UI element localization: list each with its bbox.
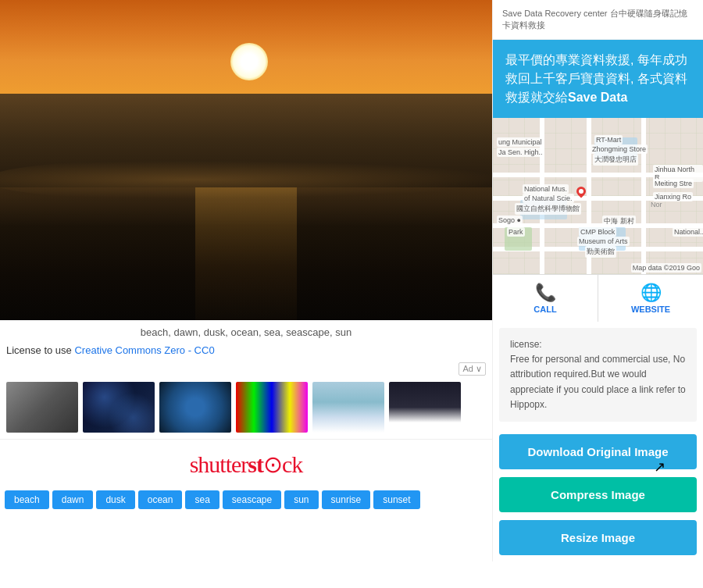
- map-label: 中海 新村: [602, 216, 636, 227]
- resize-button[interactable]: Resize Image: [499, 520, 697, 555]
- map-label: ung Municipal: [497, 137, 544, 147]
- sidebar-header: Save Data Recovery center 台中硬碟隨身碟記憶卡資料救接: [493, 0, 703, 40]
- license-info-text: license:Free for personal and commercial…: [510, 339, 686, 410]
- main-content: beach, dawn, dusk, ocean, sea, seascape,…: [0, 0, 492, 561]
- map-background: ung Municipal Ja Sen. High.. RT-Mart Zho…: [493, 118, 703, 274]
- globe-icon: 🌐: [641, 283, 662, 303]
- thumbnail-item[interactable]: [159, 382, 231, 433]
- tag-sunset[interactable]: sunset: [373, 490, 419, 509]
- license-info-box: license:Free for personal and commercial…: [499, 328, 697, 422]
- map-label: National...: [673, 227, 703, 237]
- map-label: 勤美術館: [585, 246, 616, 258]
- tag-ocean[interactable]: ocean: [138, 490, 183, 509]
- license-link[interactable]: Creative Commons Zero - CC0: [74, 344, 214, 356]
- map-actions: 📞 CALL 🌐 WEBSITE: [493, 274, 703, 322]
- download-button[interactable]: Download Original Image: [499, 434, 697, 469]
- map-label: National Mus.: [523, 184, 569, 194]
- wave-area: [0, 94, 492, 320]
- map-pin: [574, 187, 588, 204]
- tags-row: beach dawn dusk ocean sea seascape sun s…: [0, 487, 492, 512]
- company-name: Save Data Recovery center 台中硬碟隨身碟記憶卡資料救接: [502, 8, 694, 31]
- shutterstock-banner: shutterst⊙ck: [0, 439, 492, 487]
- map-label: CMP Block: [579, 227, 616, 237]
- tag-beach[interactable]: beach: [5, 490, 49, 509]
- map-label: Museum of Arts: [577, 237, 630, 246]
- shutterstock-logo: shutterst⊙ck: [190, 451, 303, 477]
- map-label: Sogo ●: [497, 216, 523, 225]
- tag-sea[interactable]: sea: [185, 490, 219, 509]
- call-button[interactable]: 📞 CALL: [493, 275, 598, 322]
- thumbnail-item[interactable]: [389, 382, 461, 433]
- light-reflection: [195, 187, 297, 320]
- website-label: WEBSITE: [631, 305, 670, 314]
- main-image: [0, 0, 492, 320]
- tag-seascape[interactable]: seascape: [223, 490, 281, 509]
- map-label: Park: [507, 227, 525, 237]
- map-label: 國立自然科學博物館: [515, 203, 581, 215]
- ad-badge: Ad ∨: [459, 362, 486, 376]
- download-button-wrapper: Download Original Image: [499, 434, 697, 469]
- tag-dusk[interactable]: dusk: [96, 490, 134, 509]
- thumbnail-item[interactable]: [312, 382, 384, 433]
- sun-element: [230, 43, 268, 80]
- thumbnail-item[interactable]: [236, 382, 308, 433]
- thumbnail-item[interactable]: [6, 382, 78, 433]
- map-label: Ja Sen. High..: [497, 148, 544, 157]
- map-label: Nor: [649, 200, 664, 209]
- thumbnail-item[interactable]: [83, 382, 155, 433]
- map-label: Zhongming Store: [591, 144, 648, 154]
- ad-row: Ad ∨: [0, 359, 492, 379]
- tag-sun[interactable]: sun: [284, 490, 318, 509]
- map-label: of Natural Scie.: [523, 194, 574, 203]
- main-image-container: [0, 0, 492, 320]
- ad-text: 最平價的專業資料救援, 每年成功救回上千客戶寶貴資料, 各式資料救援就交給Sav…: [505, 51, 691, 107]
- map-label: RT-Mart: [594, 135, 623, 144]
- map-road: [641, 118, 646, 274]
- website-button[interactable]: 🌐 WEBSITE: [598, 275, 703, 322]
- map-data-label: Map data ©2019 Goo: [631, 263, 701, 273]
- phone-icon: 📞: [535, 283, 556, 303]
- sidebar-ad-block: 最平價的專業資料救援, 每年成功救回上千客戶寶貴資料, 各式資料救援就交給Sav…: [493, 40, 703, 118]
- map-label: Meiting Stre: [653, 179, 694, 188]
- license-text: License to use Creative Commons Zero - C…: [0, 341, 492, 359]
- action-buttons: Download Original Image Compress Image R…: [493, 428, 703, 561]
- thumbnail-strip: [0, 379, 492, 439]
- image-caption: beach, dawn, dusk, ocean, sea, seascape,…: [0, 320, 492, 341]
- sidebar: Save Data Recovery center 台中硬碟隨身碟記憶卡資料救接…: [492, 0, 703, 561]
- map-label: 大潤發忠明店: [593, 154, 638, 166]
- compress-button[interactable]: Compress Image: [499, 477, 697, 512]
- tag-sunrise[interactable]: sunrise: [322, 490, 371, 509]
- call-label: CALL: [533, 305, 556, 314]
- tag-dawn[interactable]: dawn: [52, 490, 94, 509]
- map-container[interactable]: ung Municipal Ja Sen. High.. RT-Mart Zho…: [493, 118, 703, 274]
